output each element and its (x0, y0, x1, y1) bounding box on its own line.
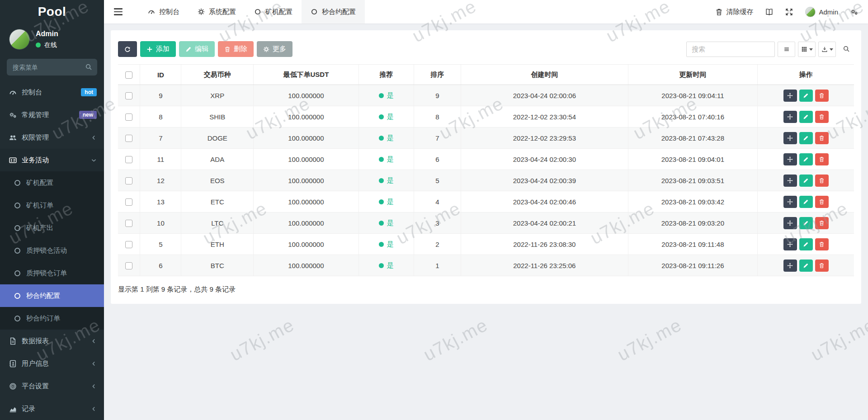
row-edit-button[interactable] (799, 132, 813, 144)
sidebar-item-dashboard[interactable]: 控制台hot (0, 81, 104, 104)
cell-min-order: 100.000000 (254, 170, 359, 191)
sidebar-item-staking-orders[interactable]: 质押锁仓订单 (0, 262, 104, 284)
row-delete-button[interactable] (815, 260, 829, 272)
sidebar-item-permission-manage[interactable]: 权限管理 (0, 126, 104, 149)
list-icon (783, 46, 790, 52)
row-move-button[interactable] (783, 111, 797, 123)
row-move-button[interactable] (783, 238, 797, 250)
row-actions (758, 260, 854, 272)
row-move-button[interactable] (783, 217, 797, 229)
sidebar-item-seconds-contract-orders[interactable]: 秒合约订单 (0, 307, 104, 330)
cell-sort: 3 (414, 212, 461, 234)
sidebar-item-miner-orders[interactable]: 矿机订单 (0, 194, 104, 217)
sidebar-item-records[interactable]: 记录 (0, 397, 104, 420)
row-move-button[interactable] (783, 90, 797, 102)
row-delete-button[interactable] (815, 175, 829, 187)
row-checkbox[interactable] (125, 262, 132, 269)
sidebar-item-data-report[interactable]: 数据报表 (0, 330, 104, 352)
row-edit-button[interactable] (799, 196, 813, 208)
sidebar-search-input[interactable] (7, 59, 97, 76)
row-checkbox[interactable] (125, 156, 132, 163)
user-menu[interactable]: Admin (805, 7, 838, 17)
sidebar-item-user-info[interactable]: 用户信息 (0, 352, 104, 375)
row-delete-button[interactable] (815, 196, 829, 208)
row-actions (758, 196, 854, 208)
row-edit-button[interactable] (799, 175, 813, 187)
sidebar-item-staking-activity[interactable]: 质押锁仓活动 (0, 239, 104, 262)
columns-button[interactable] (798, 42, 816, 57)
row-delete-button[interactable] (815, 217, 829, 229)
cell-min-order: 100.000000 (254, 191, 359, 212)
sidebar-item-label: 控制台 (22, 88, 42, 97)
tab-seconds-contract-config[interactable]: 秒合约配置 (302, 0, 365, 24)
cell-sort: 8 (414, 106, 461, 127)
settings-button[interactable] (850, 8, 858, 16)
toolbar-right (686, 41, 854, 57)
row-edit-button[interactable] (799, 153, 813, 165)
cell-updated-at: 2023-08-21 09:11:48 (628, 234, 758, 255)
more-button[interactable]: 更多 (257, 41, 292, 57)
delete-button[interactable]: 删除 (218, 41, 254, 57)
row-edit-button[interactable] (799, 111, 813, 123)
row-checkbox[interactable] (125, 92, 132, 99)
button-label: 添加 (156, 45, 170, 53)
topbar-tabs: 控制台系统配置矿机配置秒合约配置 (139, 0, 365, 24)
menu-toggle-icon[interactable] (104, 8, 132, 15)
row-delete-button[interactable] (815, 238, 829, 250)
sidebar-item-business-activity[interactable]: 业务活动 (0, 149, 104, 171)
table-search-input[interactable] (686, 42, 775, 57)
export-button[interactable] (818, 42, 836, 57)
tab-system-config[interactable]: 系统配置 (189, 0, 245, 24)
cell-coin: EOS (181, 170, 254, 191)
cell-sort: 6 (414, 149, 461, 170)
row-move-button[interactable] (783, 153, 797, 165)
row-edit-button[interactable] (799, 90, 813, 102)
cell-id: 5 (140, 234, 181, 255)
row-edit-button[interactable] (799, 260, 813, 272)
sidebar-item-general-manage[interactable]: 常规管理new (0, 104, 104, 126)
row-delete-button[interactable] (815, 153, 829, 165)
tab-label: 秒合约配置 (322, 8, 356, 16)
row-move-button[interactable] (783, 132, 797, 144)
users-icon (9, 134, 22, 142)
cell-sort: 9 (414, 85, 461, 106)
plus-icon (146, 46, 153, 52)
tab-miner-config[interactable]: 矿机配置 (245, 0, 302, 24)
sidebar-item-miner-config[interactable]: 矿机配置 (0, 171, 104, 194)
refresh-icon (124, 46, 131, 52)
row-edit-button[interactable] (799, 238, 813, 250)
row-checkbox[interactable] (125, 241, 132, 248)
row-checkbox[interactable] (125, 198, 132, 206)
fullscreen-button[interactable] (785, 8, 793, 16)
trash-icon (715, 8, 723, 16)
language-button[interactable] (765, 8, 773, 16)
table-row: 9XRP100.000000是92023-04-24 02:00:062023-… (118, 85, 854, 106)
caret-down-icon (830, 48, 833, 51)
select-all-checkbox[interactable] (125, 71, 132, 79)
sidebar-item-label: 质押锁仓订单 (26, 269, 67, 278)
row-delete-button[interactable] (815, 111, 829, 123)
row-delete-button[interactable] (815, 132, 829, 144)
clear-cache-button[interactable]: 清除缓存 (715, 8, 753, 16)
row-checkbox[interactable] (125, 113, 132, 121)
sidebar-item-seconds-contract-config[interactable]: 秒合约配置 (0, 284, 104, 307)
row-delete-button[interactable] (815, 90, 829, 102)
chevron-down-icon (91, 157, 97, 163)
row-checkbox[interactable] (125, 135, 132, 142)
edit-button[interactable]: 编辑 (179, 41, 215, 57)
row-move-button[interactable] (783, 175, 797, 187)
sidebar-item-miner-output[interactable]: 矿机产出 (0, 217, 104, 239)
tab-dashboard[interactable]: 控制台 (139, 0, 189, 24)
sidebar-item-platform-settings[interactable]: 平台设置 (0, 375, 104, 397)
refresh-button[interactable] (118, 41, 137, 57)
row-move-button[interactable] (783, 196, 797, 208)
search-button[interactable] (839, 41, 854, 57)
row-edit-button[interactable] (799, 217, 813, 229)
cell-sort: 5 (414, 170, 461, 191)
toggle-view-button[interactable] (778, 42, 795, 57)
add-button[interactable]: 添加 (140, 41, 176, 57)
green-dot-icon (379, 242, 384, 247)
row-move-button[interactable] (783, 260, 797, 272)
row-checkbox[interactable] (125, 177, 132, 184)
row-checkbox[interactable] (125, 220, 132, 227)
